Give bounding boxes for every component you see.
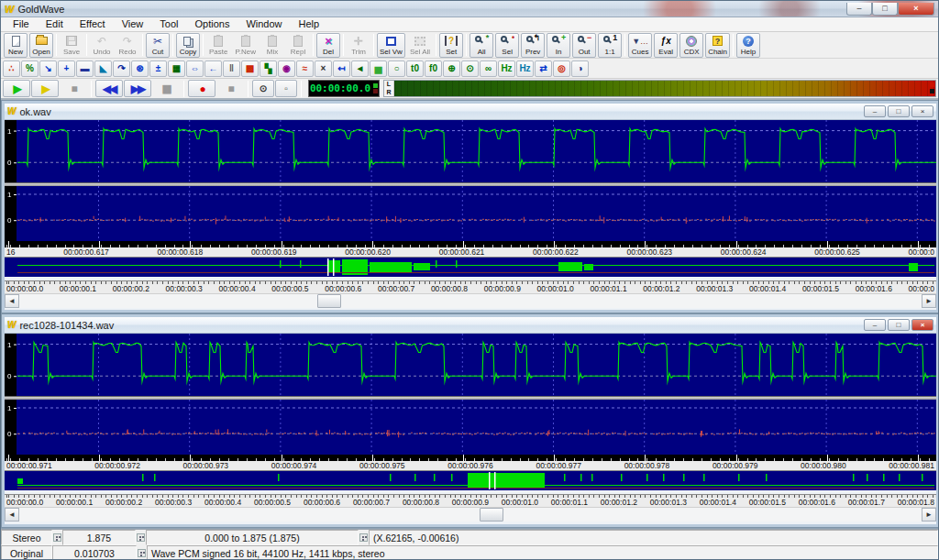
all-button[interactable]: *All <box>470 33 493 58</box>
noise-reduction-button[interactable]: ▩ <box>241 60 259 77</box>
match-volume-button[interactable]: ∞ <box>480 60 497 77</box>
file-overview[interactable] <box>5 471 936 490</box>
fade-button[interactable]: ▅ <box>370 60 387 77</box>
rewind-button[interactable]: ◀◀ <box>95 80 123 97</box>
cut-button[interactable]: ✂Cut <box>146 33 170 58</box>
doc-close-button[interactable]: × <box>911 319 933 331</box>
help-button[interactable]: ?Help <box>736 33 760 58</box>
play-button[interactable]: ▶ <box>3 80 30 97</box>
shape-button[interactable]: ⇔ <box>186 60 204 77</box>
scrollbar-thumb[interactable] <box>317 294 341 308</box>
maximize-button[interactable]: □ <box>872 3 898 16</box>
copy-button[interactable]: Copy <box>176 33 200 58</box>
set-button[interactable]: ?Set <box>439 33 463 58</box>
resample-button[interactable]: Hz <box>516 60 534 77</box>
doc-minimize-button[interactable]: – <box>864 319 886 331</box>
menu-window[interactable]: Window <box>238 17 290 31</box>
menu-effect[interactable]: Effect <box>72 17 114 31</box>
sel-vw-button[interactable]: Sel Vw <box>377 33 405 58</box>
close-button[interactable]: × <box>898 3 934 16</box>
menu-options[interactable]: Options <box>186 17 238 31</box>
expander-button[interactable]: + <box>58 60 75 77</box>
time-warp-button[interactable]: t0 <box>406 60 424 77</box>
monitor-button[interactable]: ▫ <box>275 80 297 97</box>
file-overview[interactable] <box>5 258 936 277</box>
echo-button[interactable]: ↘ <box>39 60 57 77</box>
smoother-button[interactable]: ◉ <box>278 60 295 77</box>
doppler-button[interactable]: ∴ <box>3 60 20 77</box>
filter-button[interactable]: ▬ <box>76 60 94 77</box>
scrollbar-track[interactable] <box>19 508 922 522</box>
sel-button[interactable]: •Sel <box>495 33 519 58</box>
interpolate-button[interactable]: ‖ <box>223 60 240 77</box>
menu-help[interactable]: Help <box>291 17 328 31</box>
minimize-button[interactable]: – <box>846 3 872 16</box>
document-window-rec1028[interactable]: W rec1028-101434.wav – □ × 00:00:00.9710… <box>2 314 939 527</box>
status-menu-icon[interactable] <box>53 533 61 542</box>
del-button[interactable]: ×Del <box>316 33 340 58</box>
menu-file[interactable]: File <box>5 17 38 31</box>
silence-button[interactable]: × <box>315 60 332 77</box>
pan-button[interactable]: ↤ <box>333 60 350 77</box>
pop-removal-button[interactable]: ▚ <box>260 60 277 77</box>
scrollbar-thumb[interactable] <box>480 508 503 522</box>
invert-button[interactable]: ↷ <box>113 60 130 77</box>
status-menu-icon[interactable] <box>359 533 368 542</box>
pump-button[interactable]: ⊕ <box>443 60 460 77</box>
menu-tool[interactable]: Tool <box>151 17 186 31</box>
document-window-ok-wav[interactable]: W ok.wav – □ × 1600:00:00.61700:00:00.61… <box>2 101 939 313</box>
pitch-button[interactable]: f0 <box>425 60 442 77</box>
cdx-button[interactable]: CDX <box>679 33 703 58</box>
scroll-left-icon[interactable]: ◄ <box>5 508 19 522</box>
waveform-left-channel[interactable] <box>5 120 936 182</box>
replace-icon <box>293 35 303 48</box>
document-title-bar[interactable]: W rec1028-101434.wav – □ × <box>5 317 936 334</box>
loop-button[interactable]: ○ <box>388 60 405 77</box>
restore-arrow-button[interactable]: ← <box>204 60 222 77</box>
flanger-button[interactable]: ◣ <box>94 60 112 77</box>
playback-rate-button[interactable]: Hz <box>498 60 515 77</box>
open-button[interactable]: Open <box>29 33 53 58</box>
prev-button[interactable]: ↰Prev <box>521 33 545 58</box>
mechanize-button[interactable]: ⊛ <box>131 60 149 77</box>
record-options-button[interactable]: ⊙ <box>252 80 274 97</box>
fast-forward-button[interactable]: ▶▶ <box>124 80 151 97</box>
doc-restore-button[interactable]: □ <box>888 105 910 117</box>
eval-button[interactable]: ƒxEval <box>654 33 678 58</box>
volume-button[interactable]: ◄ <box>351 60 369 77</box>
scroll-left-icon[interactable]: ◄ <box>5 294 19 308</box>
record-button[interactable]: ● <box>188 80 215 97</box>
horizontal-scrollbar[interactable]: ◄ ► <box>5 507 936 522</box>
offset-button[interactable]: ± <box>149 60 167 77</box>
waveform-right-channel[interactable] <box>5 186 936 241</box>
1-1-button[interactable]: 11:1 <box>598 33 622 58</box>
out-button[interactable]: −Out <box>572 33 596 58</box>
doc-close-button[interactable]: × <box>911 105 933 117</box>
cues-button[interactable]: ▼…Cues <box>628 33 652 58</box>
menu-view[interactable]: View <box>114 17 152 31</box>
chain-button[interactable]: ?Chain <box>705 33 730 58</box>
equalizer-button[interactable]: ▦ <box>168 60 185 77</box>
scroll-right-icon[interactable]: ► <box>922 508 936 522</box>
exchange-channels-button[interactable]: ⇄ <box>535 60 552 77</box>
play-selection-button[interactable]: ▶ <box>31 80 59 97</box>
noise-gate-button[interactable]: ◑ <box>571 60 589 77</box>
in-button[interactable]: +In <box>547 33 570 58</box>
menu-edit[interactable]: Edit <box>38 17 72 31</box>
title-bar[interactable]: W GoldWave – □ × <box>1 1 938 17</box>
horizontal-scrollbar[interactable]: ◄ ► <box>5 293 936 308</box>
dynamics-button[interactable]: % <box>21 60 39 77</box>
scroll-right-icon[interactable]: ► <box>922 294 936 308</box>
status-menu-icon[interactable] <box>138 549 146 557</box>
waveform-right-channel[interactable] <box>5 400 936 455</box>
doc-restore-button[interactable]: □ <box>888 319 910 331</box>
max-volume-button[interactable]: ⊙ <box>461 60 479 77</box>
spectrum-filter-button[interactable]: ≈ <box>296 60 314 77</box>
document-title-bar[interactable]: W ok.wav – □ × <box>5 104 936 120</box>
voice-over-button[interactable]: ◎ <box>553 60 570 77</box>
doc-minimize-button[interactable]: – <box>864 105 886 117</box>
new-button[interactable]: New <box>4 33 28 58</box>
scrollbar-track[interactable] <box>19 294 922 308</box>
waveform-left-channel[interactable] <box>5 334 936 396</box>
status-menu-icon[interactable] <box>137 533 145 542</box>
